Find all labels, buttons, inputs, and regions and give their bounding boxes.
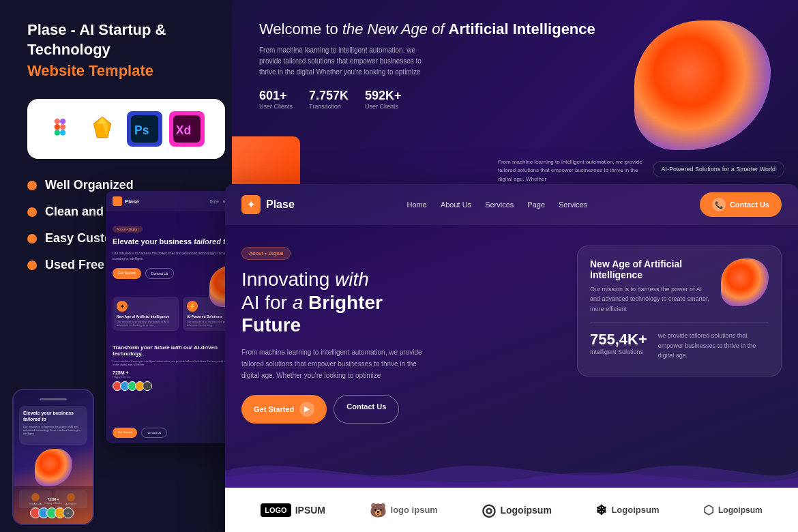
stat-big-number: 755,4K+ — [590, 331, 647, 349]
svg-rect-4 — [55, 130, 60, 136]
info-card-header: New Age of Artificial Intelligence Our m… — [590, 258, 769, 314]
nav-link-services2[interactable]: Services — [559, 201, 587, 209]
mobile-avatars: + — [19, 507, 87, 518]
wave-section — [225, 450, 798, 491]
photoshop-icon: Ps — [127, 111, 162, 147]
bullet-2 — [27, 207, 37, 217]
mobile-avatar-plus: + — [63, 507, 74, 518]
figma-icon — [42, 111, 78, 147]
svg-rect-3 — [60, 124, 65, 130]
mobile-clients-label: Happy Clients — [19, 501, 87, 505]
bullet-4 — [27, 261, 37, 270]
mobile-content-box: Elevate your business tailored to Our mi… — [19, 406, 87, 445]
info-card: New Age of Artificial Intelligence Our m… — [577, 246, 782, 376]
info-card-text: New Age of Artificial Intelligence Our m… — [590, 258, 711, 314]
nav-bar: ✦ Plase Home About Us Services Page Serv… — [225, 184, 798, 225]
mobile-headline: Elevate your business tailored to — [23, 410, 83, 422]
sp-footer-btn-secondary[interactable]: Contact Us — [141, 428, 167, 438]
sketch-icon — [85, 111, 120, 147]
mobile-sub: Our mission is to harness the power of A… — [23, 425, 83, 435]
hero-section: About • Digital Innovating with AI for a… — [225, 225, 798, 437]
hero-right: New Age of Artificial Intelligence Our m… — [577, 246, 782, 424]
bullet-1 — [27, 181, 37, 190]
website-preview: ✦ Plase Home About Us Services Page Serv… — [225, 184, 798, 532]
nav-link-page[interactable]: Page — [527, 201, 545, 209]
nav-logo: ✦ Plase — [241, 195, 295, 214]
tr-stats: 601+ User Clients 7.757K Transaction 592… — [259, 89, 614, 110]
info-card-divider — [590, 322, 769, 323]
svg-rect-0 — [55, 119, 60, 124]
sp-card-1: ✦ New Age of Artificial Intelligence Our… — [113, 297, 179, 331]
sp-logo-icon — [113, 196, 122, 206]
info-card-title: New Age of Artificial Intelligence — [590, 258, 711, 280]
tr-text: Welcome to the New Age of Artificial Int… — [259, 20, 614, 150]
get-started-button[interactable]: Get Started ▶ — [241, 395, 327, 424]
hero-buttons: Get Started ▶ Contact Us — [241, 395, 563, 424]
nav-links: Home About Us Services Page Services — [407, 201, 588, 209]
logo-item-3: ◎ Logoipsum — [482, 501, 551, 520]
contact-us-button[interactable]: Contact Us — [334, 395, 399, 424]
logo-item-1: LOGO IPSUM — [261, 503, 325, 517]
info-card-stats: 755,4K+ Intelligent Solutions we provide… — [590, 331, 769, 364]
main-title: Plase - AI Startup & Technology — [27, 20, 205, 59]
nav-link-home[interactable]: Home — [407, 201, 427, 209]
sp-footer-btn-primary[interactable]: Get Started — [113, 428, 137, 438]
stat-description: we provide tailored solutions that empow… — [658, 331, 769, 364]
mobile-preview: Elevate your business tailored to Our mi… — [12, 389, 94, 525]
nav-cta-button[interactable]: 📞 Contact Us — [700, 192, 782, 217]
hero-description: From machine learning to intelligent aut… — [241, 346, 432, 381]
tr-bottom-desc: From machine learning to intelligent aut… — [498, 158, 648, 184]
svg-text:Xd: Xd — [176, 123, 191, 137]
sp-tag: About • Digital — [113, 226, 143, 233]
subtitle: Website Template — [27, 62, 205, 80]
top-right-preview: Welcome to the New Age of Artificial Int… — [232, 0, 798, 191]
hero-title: Innovating with AI for a Brighter Future — [241, 268, 563, 337]
xd-icon: Xd — [169, 111, 205, 147]
sp-btn-primary[interactable]: Get Started — [113, 268, 141, 279]
sp-btn-secondary[interactable]: Contact Us — [145, 268, 175, 279]
mobile-footer: 725M + Happy Clients + — [14, 486, 93, 524]
svg-rect-1 — [60, 119, 65, 124]
tr-description: From machine learning to intelligent aut… — [259, 45, 437, 78]
mobile-blob — [35, 449, 72, 486]
nav-logo-icon: ✦ — [241, 195, 261, 214]
logo-item-4: ❄ Logoipsum — [595, 502, 659, 518]
sp-card-icon-1: ✦ — [117, 301, 128, 312]
nav-cta-icon: 📞 — [712, 198, 726, 211]
wave-svg — [225, 450, 798, 491]
stat-1: 7.757K Transaction — [309, 89, 349, 110]
hero-tag: About • Digital — [241, 247, 291, 260]
stat-2: 592K+ User Clients — [365, 89, 402, 110]
info-card-desc: Our mission is to harness the power of A… — [590, 284, 711, 314]
get-started-icon: ▶ — [299, 402, 314, 417]
mobile-notch — [40, 398, 67, 400]
tr-blob-inner — [634, 20, 771, 150]
nav-link-about[interactable]: About Us — [441, 201, 471, 209]
tools-row: Ps Xd — [27, 99, 225, 159]
nav-link-services[interactable]: Services — [485, 201, 514, 209]
tr-blob — [634, 20, 771, 150]
info-card-image-inner — [721, 258, 769, 306]
sp-avatar-plus: + — [143, 381, 152, 391]
stat-label: Intelligent Solutions — [590, 349, 647, 355]
stat-0: 601+ User Clients — [259, 89, 293, 110]
hero-left: About • Digital Innovating with AI for a… — [241, 246, 563, 424]
logo-icon-2: 🐻 — [370, 502, 387, 518]
logo-item-5: ⬡ Logoipsum — [703, 503, 763, 518]
tr-welcome: Welcome to the New Age of Artificial Int… — [259, 20, 614, 38]
logo-item-2: 🐻 logo ipsum — [370, 502, 438, 518]
logo-icon-3: ◎ — [482, 501, 496, 520]
sp-logo: Plase — [113, 196, 139, 206]
logo-bar: LOGO IPSUM 🐻 logo ipsum ◎ Logoipsum ❄ Lo… — [225, 488, 798, 532]
info-stat-block: 755,4K+ Intelligent Solutions — [590, 331, 647, 364]
svg-point-5 — [60, 130, 65, 136]
logo-icon-5: ⬡ — [703, 503, 714, 518]
logo-icon-4: ❄ — [595, 502, 607, 518]
ai-tag-top: AI-Powered Solutions for a Smarter World — [653, 161, 784, 177]
svg-text:Ps: Ps — [134, 123, 149, 137]
logo-box-1: LOGO — [261, 503, 291, 517]
tr-bottom-image — [232, 136, 300, 191]
svg-rect-2 — [55, 124, 60, 130]
sp-card-icon-2: ⚡ — [187, 301, 198, 312]
info-card-image — [721, 258, 769, 306]
